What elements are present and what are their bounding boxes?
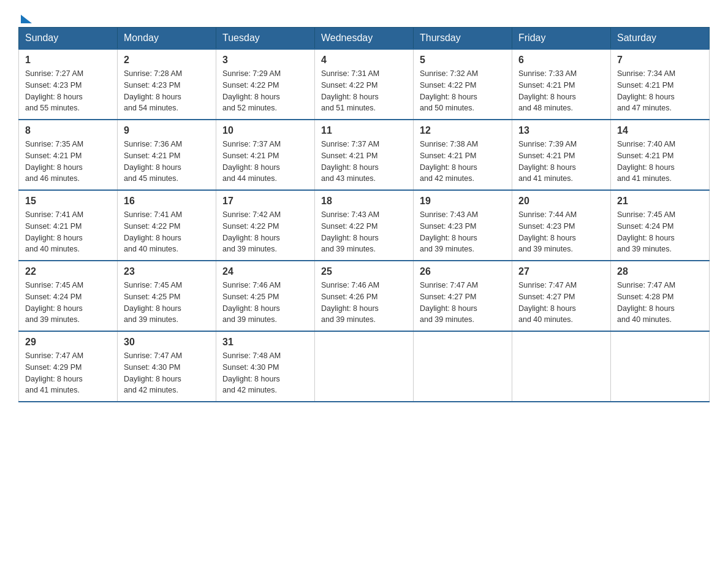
day-info: Sunrise: 7:44 AMSunset: 4:23 PMDaylight:…: [518, 209, 604, 255]
calendar-header-row: SundayMondayTuesdayWednesdayThursdayFrid…: [19, 28, 710, 50]
day-number: 19: [420, 196, 506, 207]
calendar-cell: 26 Sunrise: 7:47 AMSunset: 4:27 PMDaylig…: [414, 261, 512, 331]
day-info: Sunrise: 7:45 AMSunset: 4:25 PMDaylight:…: [124, 280, 210, 326]
day-info: Sunrise: 7:47 AMSunset: 4:27 PMDaylight:…: [518, 280, 604, 326]
day-number: 3: [222, 55, 308, 66]
day-info: Sunrise: 7:47 AMSunset: 4:27 PMDaylight:…: [420, 280, 506, 326]
calendar-week-row: 22 Sunrise: 7:45 AMSunset: 4:24 PMDaylig…: [19, 261, 710, 331]
day-info: Sunrise: 7:42 AMSunset: 4:22 PMDaylight:…: [222, 209, 308, 255]
calendar-cell: 9 Sunrise: 7:36 AMSunset: 4:21 PMDayligh…: [118, 120, 216, 190]
day-number: 7: [617, 55, 703, 66]
day-number: 29: [25, 337, 111, 348]
logo-arrow-icon: [21, 15, 32, 23]
day-info: Sunrise: 7:33 AMSunset: 4:21 PMDaylight:…: [518, 68, 604, 114]
day-number: 4: [321, 55, 407, 66]
day-info: Sunrise: 7:43 AMSunset: 4:23 PMDaylight:…: [420, 209, 506, 255]
calendar-day-header: Saturday: [611, 28, 710, 50]
calendar-cell: 31 Sunrise: 7:48 AMSunset: 4:30 PMDaylig…: [216, 331, 315, 402]
day-info: Sunrise: 7:46 AMSunset: 4:26 PMDaylight:…: [321, 280, 407, 326]
logo: [18, 12, 32, 21]
calendar-cell: 5 Sunrise: 7:32 AMSunset: 4:22 PMDayligh…: [414, 49, 512, 120]
calendar-day-header: Thursday: [414, 28, 512, 50]
day-info: Sunrise: 7:28 AMSunset: 4:23 PMDaylight:…: [124, 68, 210, 114]
day-info: Sunrise: 7:39 AMSunset: 4:21 PMDaylight:…: [518, 139, 604, 185]
day-number: 10: [222, 125, 308, 136]
day-number: 1: [25, 55, 111, 66]
day-info: Sunrise: 7:47 AMSunset: 4:29 PMDaylight:…: [25, 350, 111, 396]
calendar-cell: 21 Sunrise: 7:45 AMSunset: 4:24 PMDaylig…: [611, 190, 710, 261]
calendar-cell: 25 Sunrise: 7:46 AMSunset: 4:26 PMDaylig…: [315, 261, 414, 331]
day-info: Sunrise: 7:47 AMSunset: 4:28 PMDaylight:…: [617, 280, 703, 326]
day-info: Sunrise: 7:41 AMSunset: 4:22 PMDaylight:…: [124, 209, 210, 255]
calendar-cell: 2 Sunrise: 7:28 AMSunset: 4:23 PMDayligh…: [118, 49, 216, 120]
calendar-cell: 30 Sunrise: 7:47 AMSunset: 4:30 PMDaylig…: [118, 331, 216, 402]
day-info: Sunrise: 7:32 AMSunset: 4:22 PMDaylight:…: [420, 68, 506, 114]
calendar-day-header: Sunday: [19, 28, 118, 50]
day-info: Sunrise: 7:41 AMSunset: 4:21 PMDaylight:…: [25, 209, 111, 255]
day-number: 13: [518, 125, 604, 136]
calendar-week-row: 1 Sunrise: 7:27 AMSunset: 4:23 PMDayligh…: [19, 49, 710, 120]
day-number: 30: [124, 337, 210, 348]
calendar-cell: 12 Sunrise: 7:38 AMSunset: 4:21 PMDaylig…: [414, 120, 512, 190]
day-number: 8: [25, 125, 111, 136]
day-number: 23: [124, 266, 210, 277]
calendar-day-header: Friday: [512, 28, 611, 50]
day-info: Sunrise: 7:27 AMSunset: 4:23 PMDaylight:…: [25, 68, 111, 114]
calendar-cell: [611, 331, 710, 402]
calendar-cell: 20 Sunrise: 7:44 AMSunset: 4:23 PMDaylig…: [512, 190, 611, 261]
day-number: 9: [124, 125, 210, 136]
day-number: 31: [222, 337, 308, 348]
day-number: 18: [321, 196, 407, 207]
day-info: Sunrise: 7:47 AMSunset: 4:30 PMDaylight:…: [124, 350, 210, 396]
day-info: Sunrise: 7:43 AMSunset: 4:22 PMDaylight:…: [321, 209, 407, 255]
day-number: 20: [518, 196, 604, 207]
calendar-cell: 3 Sunrise: 7:29 AMSunset: 4:22 PMDayligh…: [216, 49, 315, 120]
day-number: 27: [518, 266, 604, 277]
calendar-table: SundayMondayTuesdayWednesdayThursdayFrid…: [18, 27, 710, 402]
day-info: Sunrise: 7:45 AMSunset: 4:24 PMDaylight:…: [617, 209, 703, 255]
day-info: Sunrise: 7:31 AMSunset: 4:22 PMDaylight:…: [321, 68, 407, 114]
calendar-cell: 29 Sunrise: 7:47 AMSunset: 4:29 PMDaylig…: [19, 331, 118, 402]
calendar-cell: 17 Sunrise: 7:42 AMSunset: 4:22 PMDaylig…: [216, 190, 315, 261]
calendar-cell: 6 Sunrise: 7:33 AMSunset: 4:21 PMDayligh…: [512, 49, 611, 120]
day-info: Sunrise: 7:37 AMSunset: 4:21 PMDaylight:…: [321, 139, 407, 185]
calendar-cell: 22 Sunrise: 7:45 AMSunset: 4:24 PMDaylig…: [19, 261, 118, 331]
day-number: 12: [420, 125, 506, 136]
calendar-cell: 13 Sunrise: 7:39 AMSunset: 4:21 PMDaylig…: [512, 120, 611, 190]
calendar-cell: 14 Sunrise: 7:40 AMSunset: 4:21 PMDaylig…: [611, 120, 710, 190]
day-number: 22: [25, 266, 111, 277]
day-number: 14: [617, 125, 703, 136]
day-number: 11: [321, 125, 407, 136]
calendar-cell: 19 Sunrise: 7:43 AMSunset: 4:23 PMDaylig…: [414, 190, 512, 261]
day-info: Sunrise: 7:48 AMSunset: 4:30 PMDaylight:…: [222, 350, 308, 396]
calendar-cell: 24 Sunrise: 7:46 AMSunset: 4:25 PMDaylig…: [216, 261, 315, 331]
day-number: 17: [222, 196, 308, 207]
day-number: 25: [321, 266, 407, 277]
day-number: 6: [518, 55, 604, 66]
calendar-cell: 1 Sunrise: 7:27 AMSunset: 4:23 PMDayligh…: [19, 49, 118, 120]
calendar-week-row: 8 Sunrise: 7:35 AMSunset: 4:21 PMDayligh…: [19, 120, 710, 190]
calendar-cell: [414, 331, 512, 402]
calendar-cell: 11 Sunrise: 7:37 AMSunset: 4:21 PMDaylig…: [315, 120, 414, 190]
day-number: 16: [124, 196, 210, 207]
page-header: [18, 12, 710, 21]
day-info: Sunrise: 7:35 AMSunset: 4:21 PMDaylight:…: [25, 139, 111, 185]
day-info: Sunrise: 7:38 AMSunset: 4:21 PMDaylight:…: [420, 139, 506, 185]
calendar-cell: [512, 331, 611, 402]
day-number: 28: [617, 266, 703, 277]
calendar-cell: 7 Sunrise: 7:34 AMSunset: 4:21 PMDayligh…: [611, 49, 710, 120]
day-number: 21: [617, 196, 703, 207]
calendar-week-row: 29 Sunrise: 7:47 AMSunset: 4:29 PMDaylig…: [19, 331, 710, 402]
day-info: Sunrise: 7:46 AMSunset: 4:25 PMDaylight:…: [222, 280, 308, 326]
calendar-cell: 10 Sunrise: 7:37 AMSunset: 4:21 PMDaylig…: [216, 120, 315, 190]
calendar-week-row: 15 Sunrise: 7:41 AMSunset: 4:21 PMDaylig…: [19, 190, 710, 261]
day-number: 15: [25, 196, 111, 207]
calendar-cell: 27 Sunrise: 7:47 AMSunset: 4:27 PMDaylig…: [512, 261, 611, 331]
day-info: Sunrise: 7:29 AMSunset: 4:22 PMDaylight:…: [222, 68, 308, 114]
calendar-cell: 8 Sunrise: 7:35 AMSunset: 4:21 PMDayligh…: [19, 120, 118, 190]
calendar-cell: 18 Sunrise: 7:43 AMSunset: 4:22 PMDaylig…: [315, 190, 414, 261]
calendar-day-header: Wednesday: [315, 28, 414, 50]
day-info: Sunrise: 7:34 AMSunset: 4:21 PMDaylight:…: [617, 68, 703, 114]
day-number: 24: [222, 266, 308, 277]
day-info: Sunrise: 7:45 AMSunset: 4:24 PMDaylight:…: [25, 280, 111, 326]
